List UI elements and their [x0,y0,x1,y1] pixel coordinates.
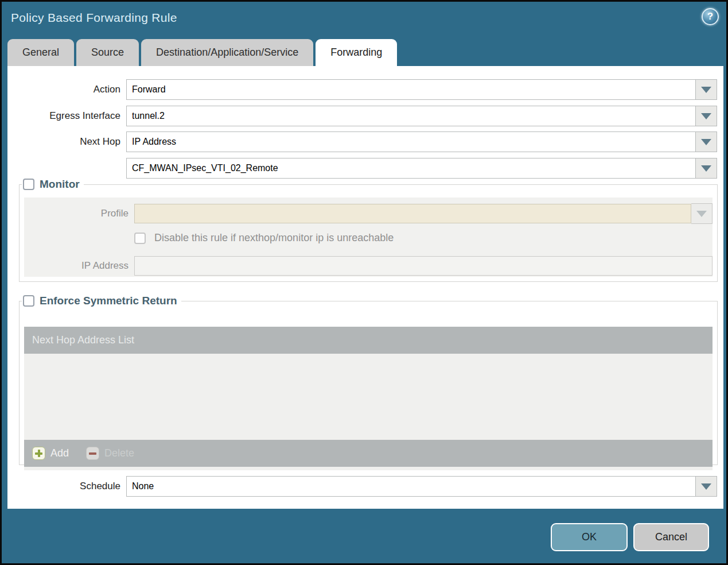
chevron-down-icon [701,87,711,93]
action-label: Action [7,84,120,95]
tab-bar: General Source Destination/Application/S… [7,39,397,66]
chevron-down-icon [701,113,711,119]
tab-general[interactable]: General [7,39,74,66]
forwarding-tab-panel: Action Egress Interface Next Hop [7,66,723,509]
profile-row: Profile [24,203,713,224]
disable-rule-row: Disable this rule if nexthop/monitor ip … [134,232,394,244]
monitor-ip-address-input [134,256,713,276]
help-icon-glyph: ? [707,11,713,22]
monitor-ip-address-label: IP Address [24,260,129,272]
next-hop-address-list-footer: Add Delete [24,440,713,467]
egress-interface-label: Egress Interface [7,110,120,122]
disable-rule-checkbox [134,233,146,244]
action-input[interactable] [126,79,696,100]
monitor-ip-address-row: IP Address [24,256,713,276]
add-button[interactable]: Add [32,447,69,460]
cancel-button[interactable]: Cancel [633,523,709,551]
next-hop-dropdown-button[interactable] [696,131,717,152]
monitor-legend: Monitor [22,178,84,191]
dialog-title: Policy Based Forwarding Rule [11,11,177,25]
action-row: Action [7,79,717,100]
next-hop-address-input[interactable] [126,158,696,179]
egress-interface-dropdown-button[interactable] [696,106,717,126]
add-plus-icon [32,447,45,460]
profile-dropdown-button [691,203,713,224]
next-hop-address-dropdown-button[interactable] [696,158,717,179]
help-icon[interactable]: ? [702,8,719,25]
egress-interface-input[interactable] [126,106,696,126]
next-hop-address-list-body[interactable] [24,354,713,440]
schedule-dropdown-button[interactable] [696,476,717,497]
enforce-symmetric-return-section: Enforce Symmetric Return Next Hop Addres… [19,295,718,465]
monitor-panel: Profile Disable this rule if nexthop/mon… [24,198,713,277]
disable-rule-label: Disable this rule if nexthop/monitor ip … [154,232,394,244]
delete-minus-icon [86,447,99,460]
schedule-input[interactable] [126,476,696,497]
enforce-symmetric-return-label: Enforce Symmetric Return [40,295,177,307]
enforce-symmetric-return-legend: Enforce Symmetric Return [22,295,181,307]
next-hop-address-row [7,158,717,179]
tab-source[interactable]: Source [76,39,139,66]
tab-forwarding[interactable]: Forwarding [316,39,397,66]
chevron-down-icon [701,165,711,172]
next-hop-address-list-header: Next Hop Address List [24,327,713,354]
egress-interface-row: Egress Interface [7,106,717,126]
delete-button: Delete [86,447,134,460]
chevron-down-icon [696,211,707,217]
profile-input [134,204,691,223]
profile-label: Profile [24,208,129,219]
enforce-symmetric-return-checkbox[interactable] [23,295,34,307]
next-hop-type-input[interactable] [126,131,696,152]
policy-based-forwarding-dialog: Policy Based Forwarding Rule ? General S… [0,0,728,565]
ok-button[interactable]: OK [551,523,628,551]
next-hop-address-list-table: Next Hop Address List Add Delete [24,327,713,470]
schedule-label: Schedule [7,481,120,492]
table-bottom-strip [24,467,713,470]
action-dropdown-button[interactable] [696,79,717,100]
next-hop-label: Next Hop [7,136,120,148]
add-button-label: Add [50,447,69,459]
next-hop-row: Next Hop [7,131,717,152]
chevron-down-icon [701,483,711,490]
delete-button-label: Delete [104,447,134,459]
schedule-row: Schedule [7,476,717,497]
tab-destination-application-service[interactable]: Destination/Application/Service [141,39,313,66]
monitor-section: Monitor Profile Disable this rule if nex… [19,178,718,282]
chevron-down-icon [701,139,711,145]
monitor-checkbox[interactable] [23,179,34,190]
monitor-section-label: Monitor [40,178,80,191]
